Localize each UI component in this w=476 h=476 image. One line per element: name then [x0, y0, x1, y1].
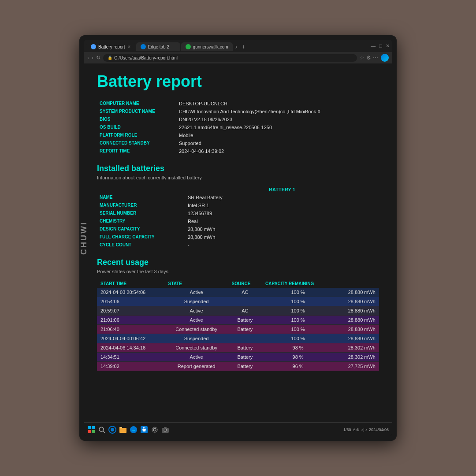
usage-row: 20:54:06 Suspended 100 % 28,880 mWh [97, 297, 379, 306]
usage-capacity-pct: 98 % [262, 353, 334, 362]
battery-info-row: MANUFACTURERIntel SR 1 [97, 201, 379, 209]
usage-start-time: 14:39:02 [97, 362, 165, 371]
system-info-row: PLATFORM ROLEMobile [97, 131, 379, 139]
usage-start-time: 20:59:07 [97, 306, 165, 316]
info-value: CHUWI Innovation And Technology(ShenZhen… [176, 108, 379, 115]
battery-label: CHEMISTRY [97, 217, 185, 225]
star-icon[interactable]: ☆ [360, 55, 364, 61]
installed-batteries-subtitle: Information about each currently install… [97, 175, 379, 180]
tab-label: Battery report [98, 45, 125, 49]
windows-start-button[interactable] [87, 426, 95, 434]
usage-capacity-pct: 100 % [262, 297, 334, 306]
info-label: BIOS [97, 115, 176, 123]
forward-button[interactable]: › [92, 55, 93, 61]
usage-capacity-pct: 100 % [262, 288, 334, 297]
back-button[interactable]: ‹ [87, 55, 89, 61]
tab-bar: Battery report ✕ Edge tab 2 gunnerswallk… [84, 40, 392, 52]
tab-icon [91, 44, 96, 49]
usage-capacity-pct: 100 % [262, 316, 334, 325]
battery-info-row: DESIGN CAPACITY28,880 mWh [97, 225, 379, 233]
file-explorer-button[interactable] [119, 426, 127, 434]
taskbar-left [87, 426, 169, 434]
tab-battery-report[interactable]: Battery report ✕ [86, 42, 135, 51]
system-icons: A ⊕ ◁ ♪ [353, 428, 367, 432]
browser-actions: ☆ ⚙ ⋯ [360, 55, 378, 61]
usage-capacity-mwh: 28,302 mWh [334, 343, 379, 353]
usage-source: Battery [228, 343, 262, 353]
installed-batteries-title: Installed batteries [97, 164, 379, 173]
usage-source: Battery [228, 362, 262, 371]
usage-row: 14:34:51 Active Battery 98 % 28,302 mWh [97, 353, 379, 362]
usage-col-header [334, 279, 379, 288]
svg-rect-1 [92, 426, 95, 429]
system-info-table: COMPUTER NAMEDESKTOP-UUCNLCHSYSTEM PRODU… [97, 100, 379, 155]
tab-more-button[interactable]: › [234, 41, 239, 52]
svg-line-5 [103, 431, 105, 433]
edge-icon [381, 54, 389, 62]
camera-button[interactable] [161, 426, 169, 434]
close-button[interactable]: ✕ [386, 43, 390, 49]
battery-label: NAME [97, 193, 185, 201]
usage-row: 20:59:07 Active AC 100 % 28,880 mWh [97, 306, 379, 316]
usage-start-time: 21:01:06 [97, 316, 165, 325]
usage-start-time: 2024-04-06 14:34:16 [97, 343, 165, 353]
usage-source: Battery [228, 353, 262, 362]
cortana-button[interactable] [108, 426, 116, 434]
usage-state: Connected standby [165, 343, 228, 353]
svg-point-16 [164, 429, 167, 431]
settings-button[interactable] [151, 426, 159, 434]
menu-icon[interactable]: ⋯ [373, 55, 378, 61]
usage-row: 14:39:02 Report generated Battery 96 % 2… [97, 362, 379, 371]
new-tab-button[interactable]: + [240, 41, 247, 52]
info-value: 22621.1.amd64fre.ni_release.220506-1250 [176, 123, 379, 131]
address-bar: ‹ › ↻ 🔒 C:/Users/aaa/Battery-report.html… [84, 52, 392, 63]
usage-capacity-mwh: 28,880 mWh [334, 334, 379, 343]
usage-row: 21:01:06 Active Battery 100 % 28,880 mWh [97, 316, 379, 325]
search-button[interactable] [98, 426, 106, 434]
usage-capacity-mwh: 28,880 mWh [334, 297, 379, 306]
usage-capacity-pct: 100 % [262, 306, 334, 316]
info-label: CONNECTED STANDBY [97, 139, 176, 147]
usage-source [228, 297, 262, 306]
usage-table: START TIMESTATESOURCECAPACITY REMAINING … [97, 279, 379, 371]
tab3-icon [186, 44, 191, 49]
maximize-button[interactable]: □ [379, 43, 382, 49]
svg-point-7 [111, 428, 114, 431]
svg-point-14 [152, 427, 157, 432]
extensions-icon[interactable]: ⚙ [366, 55, 371, 61]
usage-source: Battery [228, 316, 262, 325]
usage-state: Connected standby [165, 325, 228, 334]
tab-2[interactable]: Edge tab 2 [136, 42, 180, 51]
system-info-row: REPORT TIME2024-04-06 14:39:02 [97, 147, 379, 155]
usage-capacity-pct: 100 % [262, 325, 334, 334]
reload-button[interactable]: ↻ [96, 55, 100, 61]
tab2-label: Edge tab 2 [148, 45, 169, 49]
usage-start-time: 14:34:51 [97, 353, 165, 362]
url-field[interactable]: 🔒 C:/Users/aaa/Battery-report.html [103, 54, 357, 62]
taskbar-right: 1/60 A ⊕ ◁ ♪ 2024/04/06 [343, 428, 389, 432]
tab2-icon [141, 44, 146, 49]
screen: Battery report ✕ Edge tab 2 gunnerswallk… [84, 40, 392, 436]
system-info-row: OS BUILD22621.1.amd64fre.ni_release.2205… [97, 123, 379, 131]
minimize-button[interactable]: — [371, 43, 376, 49]
battery-value: Intel SR 1 [185, 201, 379, 209]
tab-close[interactable]: ✕ [127, 45, 131, 49]
brand-label: CHUWI [79, 221, 89, 255]
battery-info-table: BATTERY 1 NAMESR Real BatteryMANUFACTURE… [97, 186, 379, 249]
edge-taskbar-button[interactable] [130, 426, 138, 434]
usage-row: 2024-04-06 14:34:16 Connected standby Ba… [97, 343, 379, 353]
usage-capacity-pct: 98 % [262, 343, 334, 353]
svg-point-13 [153, 428, 156, 431]
battery-value: 123456789 [185, 209, 379, 217]
clock: 2024/04/06 [369, 428, 389, 432]
info-label: COMPUTER NAME [97, 100, 176, 108]
usage-start-time: 2024-04-03 20:54:06 [97, 288, 165, 297]
tab-3[interactable]: gunnerswallk.com [181, 42, 233, 51]
store-button[interactable] [140, 426, 148, 434]
info-label: PLATFORM ROLE [97, 131, 176, 139]
system-info-row: COMPUTER NAMEDESKTOP-UUCNLCH [97, 100, 379, 108]
battery-info-row: SERIAL NUMBER123456789 [97, 209, 379, 217]
recent-usage-title: Recent usage [97, 258, 379, 267]
lock-icon: 🔒 [108, 56, 112, 60]
info-value: Supported [176, 139, 379, 147]
